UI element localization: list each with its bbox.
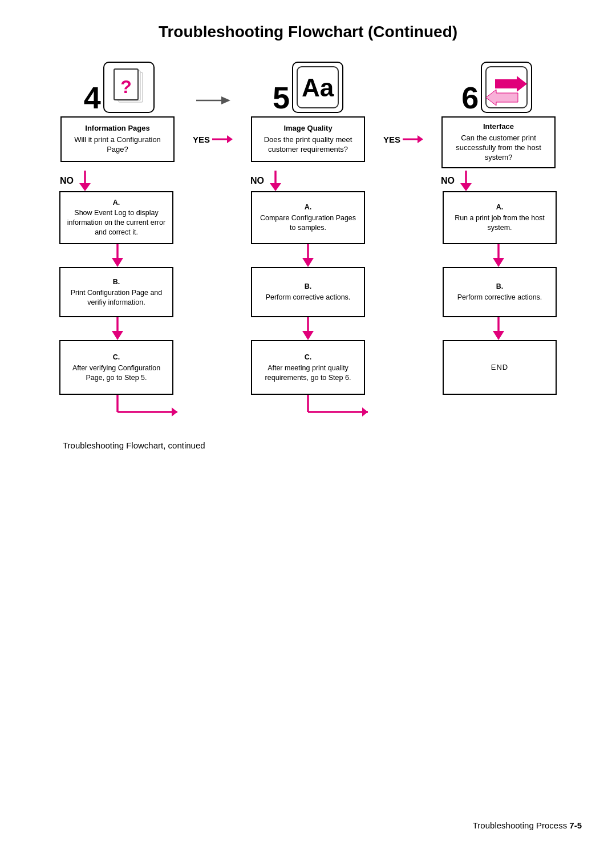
no-col3: NO — [439, 171, 558, 191]
flowchart: 4 ? — [34, 62, 582, 450]
col3-decision: Interface Can the customer print success… — [439, 116, 558, 168]
arrow-a3 — [439, 244, 558, 267]
a-box-3: A. Run a print job from the host system. — [443, 191, 557, 245]
a-boxes-row: A. Show Event Log to display information… — [51, 191, 565, 245]
decision-box-3: Interface Can the customer print success… — [441, 116, 556, 168]
footer-caption-text: Troubleshooting Flowchart, continued — [63, 440, 205, 450]
svg-marker-32 — [493, 331, 504, 340]
b-box-3: B. Perform corrective actions. — [443, 267, 557, 317]
no-label-3: NO — [441, 176, 455, 186]
down-arrows-b — [51, 317, 565, 340]
col2-decision: Image Quality Does the print quality mee… — [248, 116, 368, 162]
c-box-3: END — [443, 340, 557, 395]
b1-text: Print Configuration Page and verifiy inf… — [66, 288, 167, 308]
a1-text: Show Event Log to display information on… — [66, 208, 167, 237]
c-box-1: C. After verifying Configuration Page, g… — [59, 340, 173, 395]
c-boxes-row: C. After verifying Configuration Page, g… — [51, 340, 565, 395]
arrow-a1 — [58, 244, 177, 267]
return-arrows-row — [51, 395, 565, 423]
c2-label: C. — [305, 353, 312, 362]
yes-1-2: YES — [190, 116, 236, 146]
no-col2: NO — [248, 171, 368, 191]
b1-label: B. — [113, 277, 120, 287]
decision-box-1: Information Pages Will it print a Config… — [60, 116, 175, 162]
no-label-1: NO — [60, 176, 74, 186]
a1-label: A. — [113, 198, 120, 208]
yes-label-1: YES — [193, 135, 210, 144]
no-row: NO NO NO — [51, 171, 565, 191]
decision-1-question: Will it print a Configuration Page? — [67, 135, 168, 155]
svg-marker-30 — [302, 331, 314, 340]
a-box-1: A. Show Event Log to display information… — [59, 191, 173, 245]
decision-1-title: Information Pages — [85, 124, 149, 134]
svg-marker-35 — [172, 407, 177, 417]
no-col1: NO — [58, 171, 177, 191]
b-boxes-row: B. Print Configuration Page and verifiy … — [51, 267, 565, 317]
footer-page-text: Troubleshooting Process — [473, 820, 567, 830]
svg-marker-28 — [112, 331, 123, 340]
step-4-number: 4 — [84, 82, 101, 113]
return-arrow-1 — [58, 395, 177, 423]
step-6-icon — [481, 62, 532, 113]
svg-marker-22 — [112, 258, 123, 267]
a3-text: Run a print job from the host system. — [449, 213, 550, 233]
arrow-a2 — [248, 244, 368, 267]
decision-3-question: Can the customer print successfully from… — [448, 134, 549, 163]
b3-label: B. — [496, 282, 504, 292]
no-label-2: NO — [250, 176, 264, 186]
a2-text: Compare Configuration Pages to samples. — [258, 213, 358, 233]
decision-box-2: Image Quality Does the print quality mee… — [251, 116, 365, 162]
step-6-number: 6 — [461, 82, 479, 113]
page-title: Troubleshooting Flowchart (Continued) — [34, 23, 582, 41]
svg-marker-38 — [362, 407, 368, 417]
yes-label-2: YES — [383, 135, 400, 144]
c-box-2: C. After meeting print quality requireme… — [251, 340, 365, 395]
step-5-number: 5 — [273, 82, 290, 113]
page-container: Troubleshooting Flowchart (Continued) 4 — [0, 0, 616, 853]
a2-label: A. — [305, 203, 312, 212]
svg-marker-12 — [227, 135, 233, 143]
step-4-icon: ? — [103, 62, 155, 113]
svg-marker-20 — [460, 183, 472, 191]
decision-2-title: Image Quality — [283, 124, 332, 134]
arrow-b2 — [248, 317, 368, 340]
decision-3-title: Interface — [483, 122, 514, 132]
c3-text: END — [491, 362, 508, 373]
c1-label: C. — [113, 353, 120, 362]
svg-marker-14 — [418, 135, 423, 143]
arrow-b1 — [58, 317, 177, 340]
down-arrows-a — [51, 244, 565, 267]
svg-text:Aa: Aa — [302, 74, 334, 102]
svg-marker-18 — [270, 183, 281, 191]
svg-marker-16 — [79, 183, 91, 191]
a3-label: A. — [496, 203, 504, 212]
svg-text:?: ? — [120, 76, 132, 97]
footer-caption: Troubleshooting Flowchart, continued — [63, 440, 553, 450]
page-footer: Troubleshooting Process 7-5 — [473, 820, 582, 830]
return-arrow-2 — [248, 395, 368, 423]
no-spacer-2 — [380, 171, 426, 191]
arrow-b3 — [439, 317, 558, 340]
b-box-2: B. Perform corrective actions. — [251, 267, 365, 317]
step-5-icon: Aa — [292, 62, 343, 113]
svg-marker-5 — [221, 96, 230, 104]
decision-2-question: Does the print quality meet customer req… — [258, 135, 358, 155]
b3-text: Perform corrective actions. — [457, 293, 542, 302]
c2-text: After meeting print quality requirements… — [258, 363, 358, 383]
b-box-1: B. Print Configuration Page and verifiy … — [59, 267, 173, 317]
step-4-header: 4 ? — [84, 62, 155, 113]
svg-marker-24 — [302, 258, 314, 267]
footer-page-number: 7-5 — [569, 820, 582, 830]
c1-text: After verifying Configuration Page, go t… — [66, 363, 167, 383]
b2-label: B. — [305, 282, 312, 292]
step-6-header: 6 — [461, 62, 532, 113]
decision-row: Information Pages Will it print a Config… — [51, 116, 565, 168]
a-box-2: A. Compare Configuration Pages to sample… — [251, 191, 365, 245]
step-4-5-arrow — [196, 92, 230, 113]
no-spacer-1 — [190, 171, 236, 191]
col1-decision: Information Pages Will it print a Config… — [58, 116, 177, 162]
yes-2-3: YES — [380, 116, 426, 146]
b2-text: Perform corrective actions. — [266, 293, 351, 302]
step-5-header: 5 Aa — [273, 62, 343, 113]
svg-marker-26 — [493, 258, 504, 267]
